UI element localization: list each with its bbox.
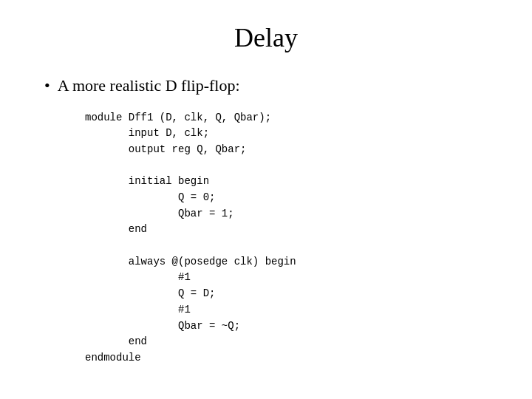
bullet-dot: • xyxy=(44,75,50,97)
code-block: module Dff1 (D, clk, Q, Qbar); input D, … xyxy=(85,110,488,366)
code-line-11: #1 xyxy=(85,271,191,283)
code-line-16: endmodule xyxy=(85,352,141,364)
bullet-item: • A more realistic D flip-flop: xyxy=(44,75,488,97)
bullet-text: A more realistic D flip-flop: xyxy=(58,75,240,97)
bullet-section: • A more realistic D flip-flop: xyxy=(44,75,488,97)
code-line-8: end xyxy=(85,223,147,235)
code-line-12: Q = D; xyxy=(85,287,215,299)
slide-title: Delay xyxy=(44,22,488,53)
code-line-14: Qbar = ~Q; xyxy=(85,320,240,332)
code-line-10: always @(posedge clk) begin xyxy=(85,256,296,267)
code-line-1: module Dff1 (D, clk, Q, Qbar); xyxy=(85,112,271,123)
code-line-5: initial begin xyxy=(85,175,209,187)
code-line-7: Qbar = 1; xyxy=(85,208,234,219)
code-line-2: input D, clk; xyxy=(85,127,209,139)
slide-container: Delay • A more realistic D flip-flop: mo… xyxy=(0,0,532,399)
code-line-3: output reg Q, Qbar; xyxy=(85,143,246,155)
code-line-15: end xyxy=(85,335,147,347)
code-line-13: #1 xyxy=(85,304,191,316)
code-line-6: Q = 0; xyxy=(85,191,215,203)
